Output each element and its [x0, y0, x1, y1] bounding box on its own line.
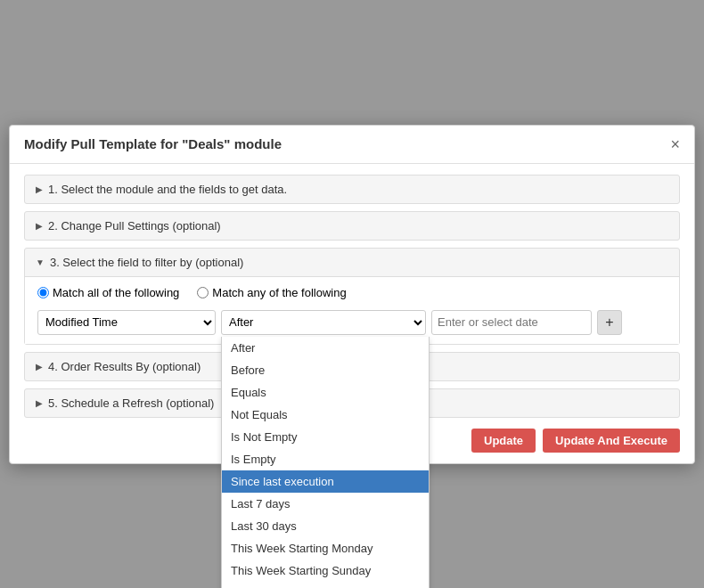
radio-row: Match all of the following Match any of …	[37, 286, 667, 299]
section-2-arrow: ▶	[36, 221, 43, 231]
dropdown-item-is-not-empty[interactable]: Is Not Empty	[222, 426, 429, 448]
modal-header: Modify Pull Template for "Deals" module …	[10, 126, 694, 164]
section-3-header[interactable]: ▼ 3. Select the field to filter by (opti…	[25, 249, 679, 276]
update-execute-button[interactable]: Update And Execute	[543, 429, 680, 453]
section-4-label: 4. Order Results By (optional)	[48, 360, 201, 373]
radio-match-any-label[interactable]: Match any of the following	[197, 286, 346, 299]
dropdown-item-after[interactable]: After	[222, 337, 429, 359]
section-3-label: 3. Select the field to filter by (option…	[50, 256, 244, 269]
close-button[interactable]: ×	[670, 136, 680, 152]
section-3-arrow: ▼	[36, 257, 45, 267]
radio-match-any[interactable]	[197, 287, 209, 298]
section-2-header[interactable]: ▶ 2. Change Pull Settings (optional)	[25, 212, 679, 240]
dropdown-item-equals[interactable]: Equals	[222, 381, 429, 404]
dropdown-item-this-week-monday[interactable]: This Week Starting Monday	[222, 537, 429, 559]
dropdown-item-this-month[interactable]: This Month	[222, 582, 429, 589]
dropdown-item-since-last-execution[interactable]: Since last execution	[222, 470, 429, 493]
field-select[interactable]: Modified Time	[37, 310, 216, 335]
section-3: ▼ 3. Select the field to filter by (opti…	[24, 248, 680, 345]
section-5-arrow: ▶	[36, 398, 43, 408]
dropdown-item-is-empty[interactable]: Is Empty	[222, 448, 429, 470]
section-1: ▶ 1. Select the module and the fields to…	[24, 175, 680, 204]
operator-dropdown: After Before Equals Not Equals Is Not Em…	[221, 337, 430, 589]
radio-match-all[interactable]	[37, 287, 49, 298]
operator-select[interactable]: After	[221, 310, 426, 335]
modal-title: Modify Pull Template for "Deals" module	[24, 136, 282, 151]
section-2-label: 2. Change Pull Settings (optional)	[48, 219, 221, 233]
modal: Modify Pull Template for "Deals" module …	[9, 125, 695, 464]
add-filter-button[interactable]: +	[597, 310, 622, 335]
date-input[interactable]	[431, 310, 592, 335]
section-2: ▶ 2. Change Pull Settings (optional)	[24, 211, 680, 241]
section-5-label: 5. Schedule a Refresh (optional)	[48, 396, 214, 410]
dropdown-item-not-equals[interactable]: Not Equals	[222, 404, 429, 426]
radio-match-all-text: Match all of the following	[53, 286, 179, 299]
dropdown-item-before[interactable]: Before	[222, 359, 429, 381]
section-4-arrow: ▶	[36, 362, 43, 372]
section-1-label: 1. Select the module and the fields to g…	[48, 183, 287, 196]
section-3-content: Match all of the following Match any of …	[25, 276, 679, 344]
radio-match-any-text: Match any of the following	[212, 286, 346, 299]
section-1-arrow: ▶	[36, 184, 43, 194]
dropdown-item-last-7-days[interactable]: Last 7 days	[222, 493, 429, 515]
update-button[interactable]: Update	[471, 429, 536, 453]
filter-row: Modified Time After + After Before Equal…	[37, 310, 667, 335]
radio-match-all-label[interactable]: Match all of the following	[37, 286, 179, 299]
dropdown-item-this-week-sunday[interactable]: This Week Starting Sunday	[222, 559, 429, 582]
dropdown-item-last-30-days[interactable]: Last 30 days	[222, 515, 429, 537]
section-1-header[interactable]: ▶ 1. Select the module and the fields to…	[25, 176, 679, 203]
modal-body: ▶ 1. Select the module and the fields to…	[10, 164, 694, 463]
